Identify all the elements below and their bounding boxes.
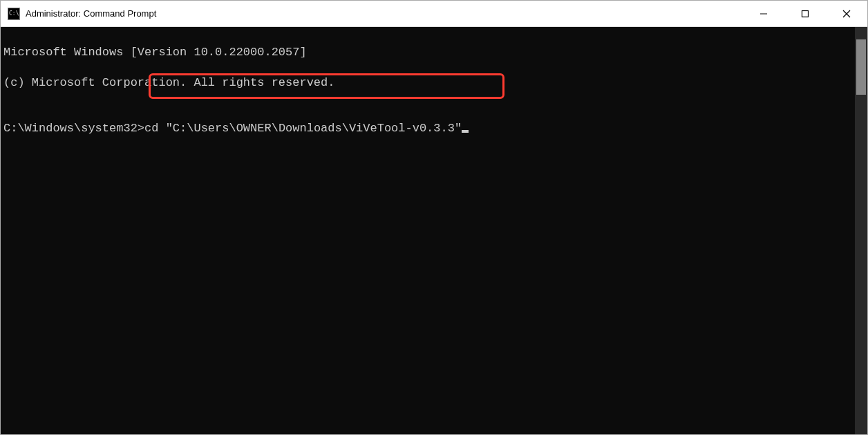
minimize-icon	[760, 10, 768, 18]
maximize-button[interactable]	[784, 1, 826, 26]
close-button[interactable]	[826, 1, 867, 26]
cursor	[462, 130, 469, 133]
svg-rect-1	[802, 10, 809, 17]
window-title: Administrator: Command Prompt	[26, 8, 743, 19]
command-prompt-window: Administrator: Command Prompt Microsoft …	[0, 0, 868, 435]
terminal-area: Microsoft Windows [Version 10.0.22000.20…	[1, 27, 867, 434]
typed-command[interactable]: cd "C:\Users\OWNER\Downloads\ViVeTool-v0…	[144, 122, 462, 135]
maximize-icon	[801, 10, 809, 18]
close-icon	[842, 10, 851, 18]
prompt-line: C:\Windows\system32>cd "C:\Users\OWNER\D…	[3, 122, 469, 135]
cmd-icon	[8, 8, 20, 20]
minimize-button[interactable]	[743, 1, 784, 26]
scrollbar-track[interactable]	[855, 27, 867, 434]
window-controls	[743, 1, 867, 26]
prompt-path: C:\Windows\system32>	[3, 122, 144, 135]
output-line-copyright: (c) Microsoft Corporation. All rights re…	[3, 75, 855, 91]
terminal-output[interactable]: Microsoft Windows [Version 10.0.22000.20…	[1, 27, 855, 434]
scrollbar-thumb[interactable]	[856, 39, 866, 95]
titlebar[interactable]: Administrator: Command Prompt	[1, 1, 867, 27]
output-line-version: Microsoft Windows [Version 10.0.22000.20…	[3, 45, 855, 60]
